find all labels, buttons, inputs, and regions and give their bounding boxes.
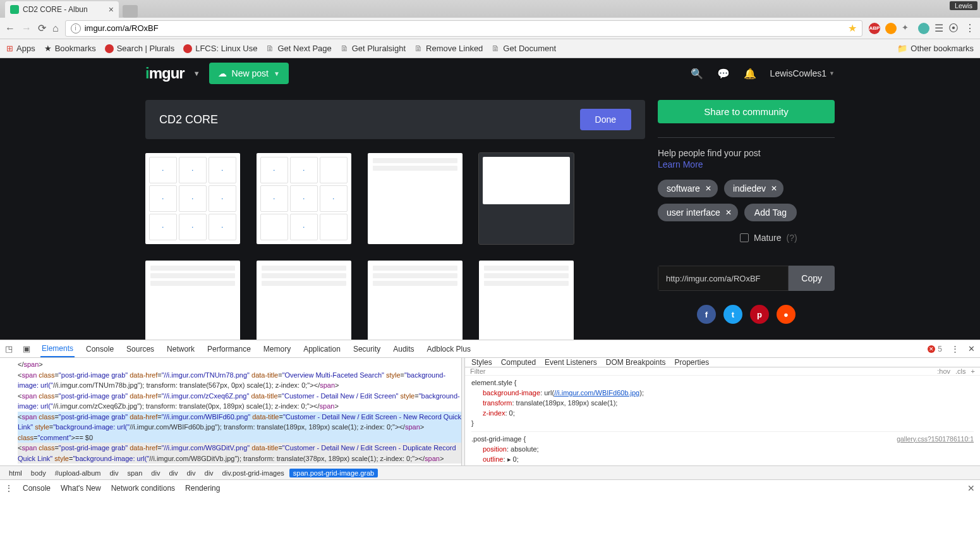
checkbox[interactable] <box>740 233 749 242</box>
facebook-icon[interactable]: f <box>697 305 716 324</box>
tab-sources[interactable]: Sources <box>125 340 155 357</box>
thumbnail-selected[interactable] <box>479 153 574 244</box>
pinterest-icon[interactable]: p <box>750 305 769 324</box>
tab-elements[interactable]: Elements <box>40 340 75 357</box>
extension-icon[interactable] <box>918 23 929 34</box>
close-icon[interactable]: ✕ <box>968 344 975 354</box>
mature-toggle[interactable]: Mature (?) <box>740 233 835 243</box>
tab-dom-breakpoints[interactable]: DOM Breakpoints <box>606 358 666 367</box>
imgur-logo[interactable]: imgur <box>145 65 185 82</box>
extension-icon[interactable] <box>885 23 897 34</box>
tab-application[interactable]: Application <box>302 340 342 357</box>
error-icon: ✕ <box>928 345 935 353</box>
new-tab-button[interactable] <box>123 5 138 18</box>
bookmark-item[interactable]: 🗎Get Document <box>492 44 556 53</box>
drawer-menu-icon[interactable]: ⋮ <box>5 484 13 493</box>
bookmark-item[interactable]: 🗎Get Next Page <box>266 44 331 53</box>
inspect-icon[interactable]: ◳ <box>5 344 13 354</box>
search-icon[interactable]: 🔍 <box>691 68 703 80</box>
tab-audits[interactable]: Audits <box>392 340 415 357</box>
device-icon[interactable]: ▣ <box>23 344 30 354</box>
forward-icon: → <box>21 23 32 34</box>
tab-security[interactable]: Security <box>352 340 382 357</box>
close-icon[interactable]: ✕ <box>771 184 777 193</box>
thumbnail-grid: ▪▪▪▪▪▪▪▪▪ ▪▪▪▪▪▪ <box>145 153 645 340</box>
other-bookmarks[interactable]: 📁Other bookmarks <box>897 44 974 53</box>
drawer-tab[interactable]: Network conditions <box>111 484 175 493</box>
breadcrumb[interactable]: htmlbody#upload-albumdivspandivdivdivdiv… <box>0 465 980 479</box>
reload-icon[interactable]: ⟳ <box>38 22 46 34</box>
tab-console[interactable]: Console <box>85 340 115 357</box>
done-button[interactable]: Done <box>580 109 631 130</box>
drawer-tab[interactable]: Console <box>23 484 51 493</box>
extension-icon[interactable]: ✦ <box>902 23 913 34</box>
thumbnail[interactable] <box>368 153 463 244</box>
add-rule-icon[interactable]: + <box>971 367 975 375</box>
add-tag-button[interactable]: Add Tag <box>744 204 797 221</box>
thumbnail[interactable] <box>257 261 351 340</box>
omnibox[interactable]: i ★ <box>65 20 862 37</box>
user-badge[interactable]: Lewis <box>950 1 977 10</box>
tab-computed[interactable]: Computed <box>501 358 536 367</box>
username-menu[interactable]: LewisCowles1 ▼ <box>770 68 835 78</box>
site-info-icon[interactable]: i <box>71 23 81 34</box>
close-icon[interactable]: ✕ <box>967 483 975 493</box>
bookmarks-button[interactable]: ★Bookmarks <box>44 44 96 53</box>
close-icon[interactable]: × <box>109 4 114 15</box>
bookmark-item[interactable]: 🗎Remove Linked <box>414 44 483 53</box>
filter-input[interactable]: Filter <box>470 367 485 375</box>
styles-body[interactable]: element.style { background-image: url(//… <box>465 376 980 465</box>
twitter-icon[interactable]: t <box>723 305 742 324</box>
drawer-tab[interactable]: What's New <box>61 484 101 493</box>
menu-icon[interactable]: ⋮ <box>951 344 959 354</box>
bookmark-item[interactable]: 🗎Get Pluralsight <box>341 44 406 53</box>
url-input[interactable] <box>85 23 844 33</box>
error-count[interactable]: ✕ 5 ⋮ ✕ <box>928 344 975 354</box>
share-button[interactable]: Share to community <box>658 100 835 123</box>
thumbnail[interactable]: ▪▪▪▪▪▪ <box>257 153 351 244</box>
cls-toggle[interactable]: .cls <box>955 367 966 375</box>
tab-listeners[interactable]: Event Listeners <box>545 358 597 367</box>
bookmark-item[interactable]: Search | Plurals <box>105 44 175 53</box>
tab-adblock[interactable]: Adblock Plus <box>426 340 472 357</box>
reddit-icon[interactable]: ● <box>777 305 795 324</box>
new-post-button[interactable]: ☁ New post ▼ <box>209 63 289 84</box>
thumbnail[interactable] <box>368 261 463 340</box>
elements-panel[interactable]: </span><span class="post-grid-image grab… <box>0 358 461 465</box>
chevron-down-icon[interactable]: ▼ <box>193 70 200 77</box>
tag[interactable]: software✕ <box>658 180 718 197</box>
drawer-tab[interactable]: Rendering <box>185 484 220 493</box>
close-icon[interactable]: ✕ <box>725 208 732 217</box>
tab-properties[interactable]: Properties <box>674 358 709 367</box>
copy-button[interactable]: Copy <box>789 266 835 291</box>
browser-tab[interactable]: CD2 CORE - Albun × <box>5 1 119 18</box>
extension-icon[interactable]: ☰ <box>935 22 943 34</box>
tab-network[interactable]: Network <box>166 340 196 357</box>
back-icon[interactable]: ← <box>5 23 15 34</box>
album-title[interactable]: CD2 CORE <box>159 113 218 126</box>
close-icon[interactable]: ✕ <box>705 184 711 193</box>
header-right: 🔍 💬 🔔 LewisCowles1 ▼ <box>691 68 835 80</box>
chat-icon[interactable]: 💬 <box>717 68 730 80</box>
chrome-menu-icon[interactable]: ⋮ <box>965 22 975 34</box>
extension-icon[interactable]: ⦿ <box>948 23 959 34</box>
bookmarks-bar: ⊞Apps ★Bookmarks Search | Plurals LFCS: … <box>0 39 980 58</box>
tab-styles[interactable]: Styles <box>471 358 492 367</box>
share-url-input[interactable] <box>658 266 789 291</box>
thumbnail[interactable] <box>145 261 240 340</box>
tab-performance[interactable]: Performance <box>206 340 252 357</box>
thumbnail[interactable] <box>479 261 574 340</box>
divider <box>658 137 835 138</box>
bell-icon[interactable]: 🔔 <box>744 68 756 80</box>
thumbnail[interactable]: ▪▪▪▪▪▪▪▪▪ <box>145 153 240 244</box>
abp-icon[interactable]: ABP <box>869 23 880 34</box>
bookmark-item[interactable]: LFCS: Linux Use <box>183 44 257 53</box>
tab-memory[interactable]: Memory <box>262 340 292 357</box>
apps-button[interactable]: ⊞Apps <box>6 44 35 53</box>
bookmark-star-icon[interactable]: ★ <box>848 22 857 34</box>
learn-more-link[interactable]: Learn More <box>658 159 835 169</box>
tag[interactable]: indiedev✕ <box>724 180 783 197</box>
tag[interactable]: user interface✕ <box>658 204 738 221</box>
home-icon[interactable]: ⌂ <box>52 23 59 34</box>
hov-toggle[interactable]: :hov <box>937 367 950 375</box>
